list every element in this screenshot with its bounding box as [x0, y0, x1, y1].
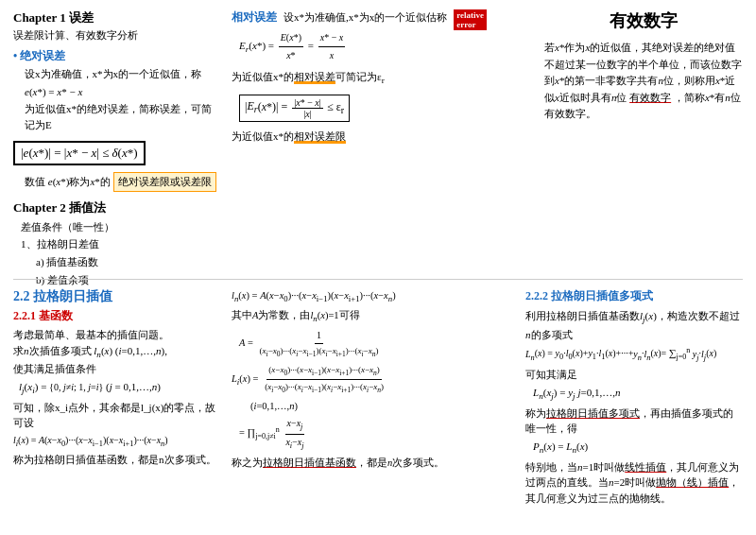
linear-interp-highlight: 线性插值 [625, 461, 666, 473]
li-big-frac: (x−x0)···(x−xi−1)(x−xi+1)···(x−xn) (xi−x… [263, 363, 386, 396]
valid-num-body: 若x*作为x的近似值，其绝对误差的绝对值不超过某一位数字的半个单位，而该位数字到… [544, 40, 743, 123]
s222-formula2: Pn(x) = Ln(x) [533, 439, 743, 457]
s222-condition: Ln(xj) = yj j=0,1,…,n [533, 385, 743, 404]
lagrange-item: 1、拉格朗日差值 [21, 235, 221, 253]
mid-lower-column: ln(x) = A(x−x0)···(x−xi−1)(x−xi+1)···(x−… [232, 288, 496, 472]
abs-error-limit-desc: 数值 e(x*)称为x*的 绝对误差限或误差限 [25, 172, 221, 192]
horizontal-divider [13, 279, 743, 280]
s222-formula1: Ln(x) = y0·l0(x)+y1·l1(x)+···+yn·ln(x)= … [525, 345, 743, 364]
valid-num-title: 有效数字 [544, 9, 743, 32]
lagrange-basis-label: 称之为拉格朗日插值基函数，都是n次多项式。 [232, 456, 496, 472]
mid-column: 相对误差 设x*为准确值,x*为x的一个近似估称 relativeerror E… [232, 9, 487, 148]
li-range: (i=0,1,…,n) [250, 399, 496, 415]
right-column: 有效数字 若x*作为x的近似值，其绝对误差的绝对值不超过某一位数字的半个单位，而… [544, 9, 743, 123]
rel-error-limit-desc: 为近似值x*的相对误差限 [232, 128, 487, 147]
section-22-title: 2.2 拉格朗日插值 [13, 288, 221, 305]
section-221-body: 考虑最简单、最基本的插值问题。 求n次插值多项式 ln(x) (i=0,1,…,… [13, 327, 221, 468]
s221-desc5: 称为拉格朗日插值基函数，都是n次多项式。 [13, 452, 221, 468]
right-lower-column: 2.2.2 拉格朗日插值多项式 利用拉格朗日插值基函数lj(x)，构造次数不超过… [525, 288, 743, 506]
s221-condition: lj(xi) = {0, j≠i; 1, j=i} (j = 0,1,…,n) [19, 379, 221, 398]
lagrange-poly-highlight: 拉格朗日插值多项式 [546, 407, 640, 419]
basis-function-item: a) 插值基函数 [36, 253, 221, 271]
abs-error-desc2: 为近似值x*的绝对误差，简称误差，可简记为E [25, 101, 221, 132]
abs-rel-formula: |Er(x*)| = |x* − x| |x| ≤ εr [239, 95, 350, 122]
s221-desc4: 可知，除x_i点外，其余都是l_j(x)的零点，故可设 [13, 400, 221, 431]
abs-error-formula1: e(x*) = x* − x [25, 84, 221, 100]
er-fraction2: x* − x x [318, 29, 346, 64]
chapter2-title: Chapter 2 插值法 [13, 199, 221, 216]
s222-desc2: 可知其满足 [525, 367, 743, 383]
section-222-title: 2.2.2 拉格朗日插值多项式 [525, 288, 743, 304]
lagrange-basis-highlight: 拉格朗日插值基函数 [263, 457, 356, 468]
error-limit-highlight: 绝对误差限或误差限 [113, 172, 216, 192]
s221-desc1: 考虑最简单、最基本的插值问题。 [13, 327, 221, 343]
rel-error-limit-underline: 相对误差限 [294, 130, 346, 144]
er-abs-frac: |x* − x| |x| [292, 97, 323, 119]
A-fraction: A = 1 (xi−x0)···(xi−xi−1)(xi−xi+1)···(xi… [239, 328, 496, 360]
chapter1-title: Chapter 1 误差 [13, 9, 221, 26]
abs-rel-formula-box: |Er(x*)| = |x* − x| |x| ≤ εr [239, 93, 487, 124]
li-formula-full: Li(x) = (x−x0)···(x−xi−1)(x−xi+1)···(x−x… [232, 363, 496, 396]
error-limit-label: 数值 e(x*)称为x*的 [25, 176, 111, 187]
s221-desc3: 使其满足插值条件 [13, 361, 221, 377]
rel-error-intro: 设x*为准确值,x*为x的一个近似估称 [284, 11, 447, 23]
rel-error-underline: 相对误差 [294, 71, 335, 84]
rel-error-formula-er: Er(x*) = E(x*) x* = x* − x x [239, 29, 487, 64]
section-222-body: 利用拉格朗日插值基函数lj(x)，构造次数不超过n的多项式 Ln(x) = y0… [525, 308, 743, 506]
parabola-interp-highlight: 抛物（线）插值 [656, 476, 729, 488]
abs-error-desc: 设x为准确值，x*为x的一个近似值，称 e(x*) = x* − x 为近似值x… [25, 66, 221, 132]
section-221-title: 2.2.1 基函数 [13, 308, 221, 324]
rel-error-approx-desc: 为近似值x*的相对误差可简记为εr [232, 68, 487, 89]
rel-error-title: 相对误差 [232, 10, 277, 24]
abs-error-box: |e(x*)| = |x* − x| ≤ δ(x*) [13, 141, 146, 165]
left-column: Chapter 1 误差 误差限计算、有效数字分析 绝对误差 设x为准确值，x*… [13, 9, 221, 288]
section-22-container: 2.2 拉格朗日插值 2.2.1 基函数 考虑最简单、最基本的插值问题。 求n次… [13, 288, 221, 468]
A-const-desc: 其中A为常数，由ln(x)=1可得 [232, 308, 496, 325]
s221-desc2: 求n次插值多项式 ln(x) (i=0,1,…,n), [13, 343, 221, 362]
s222-desc3: 称为拉格朗日插值多项式，再由插值多项式的唯一性，得 [525, 406, 743, 437]
s222-desc4: 特别地，当n=1时叫做线性插值，其几何意义为过两点的直线。当n=2时叫做抛物（线… [525, 459, 743, 507]
abs-error-desc1: 设x为准确值，x*为x的一个近似值，称 [25, 66, 221, 82]
chapter1-subtitle: 误差限计算、有效数字分析 [13, 28, 221, 43]
ln-formula: ln(x) = A(x−x0)···(x−xi−1)(x−xi+1)···(x−… [232, 288, 496, 305]
A-frac: 1 (xi−x0)···(xi−xi−1)(xi−xi+1)···(xi−xn) [258, 328, 381, 360]
rel-error-block: 相对误差 设x*为准确值,x*为x的一个近似估称 relativeerror [232, 9, 487, 26]
diff-condition: 差值条件（唯一性） [21, 218, 221, 236]
product-formula: = ∏j=0,j≠in x−xj xi−xj [239, 416, 496, 452]
abs-error-section-title: 绝对误差 [13, 48, 221, 64]
relative-error-badge: relativeerror [454, 9, 487, 30]
abs-error-box-container: |e(x*)| = |x* − x| ≤ δ(x*) [13, 137, 221, 169]
s222-desc1: 利用拉格朗日插值基函数lj(x)，构造次数不超过n的多项式 [525, 308, 743, 342]
product-frac: x−xj xi−xj [284, 416, 305, 452]
er-fraction: E(x*) x* [279, 29, 303, 64]
valid-num-highlight: 有效数字 [629, 92, 671, 103]
s221-formula: li(x) = A(x−x0)···(x−xi−1)(x−xi+1)···(x−… [13, 433, 221, 450]
